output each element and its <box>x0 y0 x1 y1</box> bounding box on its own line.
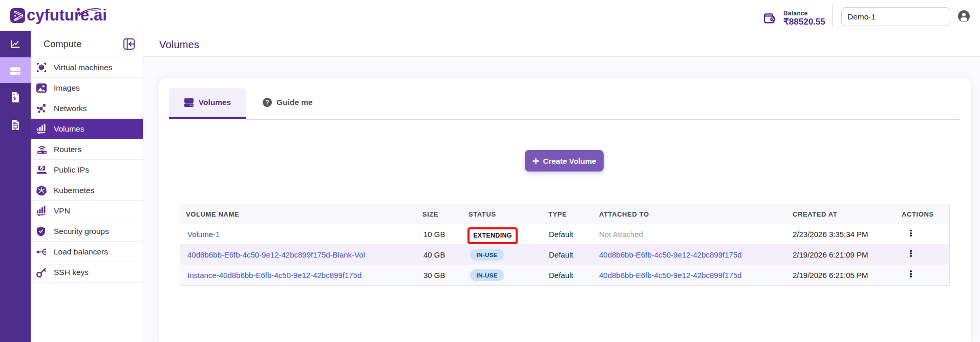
svg-text:?: ? <box>265 99 269 106</box>
svg-text:$: $ <box>13 96 16 101</box>
